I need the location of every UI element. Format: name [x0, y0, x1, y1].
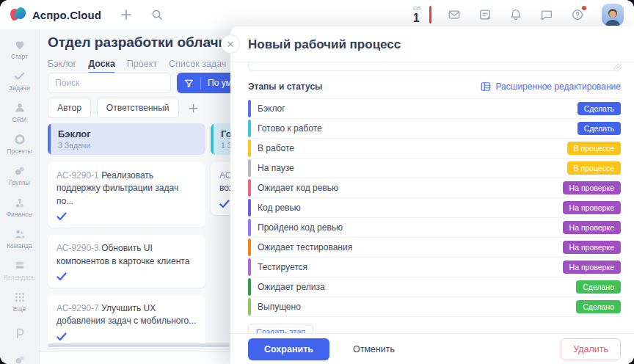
stage-status-badge[interactable]: В процессе: [567, 142, 621, 156]
stage-row[interactable]: Тестируется На проверке: [248, 258, 621, 277]
sidebar-item-team[interactable]: Команда: [0, 228, 39, 250]
modal-title: Новый рабочий процесс: [230, 26, 634, 62]
stage-row[interactable]: Ожидает код ревью На проверке: [248, 178, 621, 198]
sidebar-item-more[interactable]: Ещё: [0, 291, 39, 313]
add-filter-icon[interactable]: [188, 103, 199, 114]
stage-status-badge[interactable]: На проверке: [563, 201, 621, 215]
funnel-icon: [184, 79, 194, 88]
chip-assignee[interactable]: Ответственный: [97, 98, 179, 118]
sidebar-item-groups[interactable]: Группы: [0, 164, 39, 186]
stage-row[interactable]: Бэклог Сделать: [248, 99, 621, 119]
chat-icon[interactable]: [540, 8, 553, 21]
stage-name: Выпущено: [258, 302, 576, 312]
modal-footer: Сохранить Отменить Удалить: [230, 333, 634, 364]
date-day: 1: [413, 12, 420, 24]
sidebar-item-crm[interactable]: CRM: [0, 101, 39, 123]
sidebar-item-finance[interactable]: Финансы: [0, 196, 39, 218]
tab-board[interactable]: Доска: [88, 59, 115, 74]
red-divider: [429, 6, 431, 23]
search-input[interactable]: [48, 73, 171, 93]
column-accent-bar: [48, 123, 51, 155]
stage-row[interactable]: Готово к работе Сделать: [248, 119, 621, 139]
stage-list: Бэклог Сделать Готово к работе Сделать В…: [248, 98, 621, 317]
stage-status-badge[interactable]: В процессе: [567, 161, 621, 175]
sidebar-item-projects[interactable]: Проекты: [0, 133, 39, 155]
notes-icon[interactable]: [478, 8, 492, 21]
stage-name: Тестируется: [258, 262, 563, 272]
task-id: АС-9290-3: [57, 243, 99, 253]
stage-status-badge[interactable]: На проверке: [563, 221, 621, 235]
stage-name: Код ревью: [258, 203, 563, 213]
resize-handle-icon[interactable]: [613, 64, 619, 69]
task-id: АС-9290-7: [57, 303, 99, 313]
chip-author[interactable]: Автор: [48, 98, 91, 118]
stage-row[interactable]: Ожидает тестирования На проверке: [248, 238, 621, 258]
task-id: АС-9290-1: [57, 170, 99, 181]
stage-status-badge[interactable]: Сделать: [577, 102, 621, 116]
search-icon[interactable]: [151, 9, 163, 21]
stage-row[interactable]: В работе В процессе: [248, 139, 621, 159]
check-icon: [57, 332, 197, 341]
stage-color-bar: [248, 258, 251, 276]
advanced-editing-link[interactable]: Расширенное редактирование: [481, 81, 621, 92]
stage-status-badge[interactable]: Сделано: [576, 300, 621, 314]
column-count: 3 Задачи: [58, 141, 197, 150]
task-card[interactable]: АС-9290-7 Улучшить UX добавления задач с…: [48, 295, 205, 348]
help-icon[interactable]: [571, 8, 584, 21]
stage-name: Ожидает код ревью: [258, 183, 563, 193]
kanban-column-backlog: Бэклог 3 Задачи АС-9290-1 Реализовать по…: [48, 123, 205, 348]
description-textarea[interactable]: [248, 62, 621, 71]
sidebar-item-calendar[interactable]: Календарь: [0, 259, 39, 281]
stage-name: В работе: [258, 143, 567, 153]
sidebar-item-start[interactable]: Старт: [0, 38, 39, 60]
notification-dot: [582, 6, 586, 10]
stage-color-bar: [248, 298, 251, 316]
workflow-modal: ✕ Новый рабочий процесс Этапы и статусы …: [230, 26, 634, 364]
sidebar-label: Финансы: [7, 211, 33, 218]
stage-status-badge[interactable]: Сделано: [576, 280, 621, 294]
filter-chips: Автор Ответственный: [48, 98, 199, 118]
sidebar-label: Проекты: [7, 148, 32, 155]
calendar-date-widget[interactable]: Сб 1: [413, 6, 420, 24]
sidebar-label: Группы: [9, 179, 29, 186]
stage-row[interactable]: Ожидает релиза Сделано: [248, 277, 621, 297]
sidebar: Старт Задачи CRM Проекты Группы Финансы …: [0, 29, 40, 364]
task-card[interactable]: АС-9290-1 Реализовать поддержку фильтрац…: [48, 162, 205, 228]
app-window: Аспро.Cloud Сб 1: [0, 0, 634, 364]
save-button[interactable]: Сохранить: [248, 338, 329, 360]
stage-status-badge[interactable]: На проверке: [563, 181, 621, 195]
mail-icon[interactable]: [448, 8, 461, 21]
stage-color-bar: [248, 100, 251, 117]
sidebar-item-tasks[interactable]: Задачи: [0, 70, 39, 92]
stage-name: Готово к работе: [258, 123, 577, 134]
stage-color-bar: [248, 239, 251, 256]
stage-row[interactable]: Код ревью На проверке: [248, 198, 621, 218]
stage-status-badge[interactable]: На проверке: [563, 241, 621, 255]
horizontal-scrollbar[interactable]: [48, 343, 230, 347]
tab-task-list[interactable]: Список задач: [169, 59, 226, 74]
stage-color-bar: [248, 179, 251, 197]
stage-name: Ожидает релиза: [258, 282, 576, 292]
close-icon[interactable]: ✕: [221, 34, 240, 54]
sidebar-settings-icon[interactable]: [0, 354, 39, 364]
stage-row[interactable]: На паузе В процессе: [248, 159, 621, 178]
avatar[interactable]: [602, 4, 624, 26]
stage-name: Ожидает тестирования: [258, 242, 563, 252]
check-icon: [57, 272, 197, 281]
stage-row[interactable]: Выпущено Сделано: [248, 297, 621, 317]
cancel-button[interactable]: Отменить: [349, 343, 399, 355]
stage-status-badge[interactable]: На проверке: [563, 261, 621, 274]
stage-status-badge[interactable]: Сделать: [577, 122, 621, 136]
brand-name: Аспро.Cloud: [32, 9, 101, 21]
column-header[interactable]: Бэклог 3 Задачи: [48, 123, 205, 155]
tab-backlog[interactable]: Бэклог: [48, 59, 76, 74]
task-card[interactable]: АС-9290-3 Обновить UI компонентов в карт…: [48, 235, 205, 288]
tab-project[interactable]: Проект: [127, 59, 157, 74]
delete-button[interactable]: Удалить: [561, 338, 621, 360]
bell-icon[interactable]: [509, 8, 522, 21]
stage-name: Пройдено код ревью: [258, 222, 563, 233]
sidebar-app-icon[interactable]: [0, 327, 39, 340]
stage-color-bar: [248, 159, 251, 177]
stage-row[interactable]: Пройдено код ревью На проверке: [248, 218, 621, 238]
create-plus-icon[interactable]: [120, 9, 132, 21]
